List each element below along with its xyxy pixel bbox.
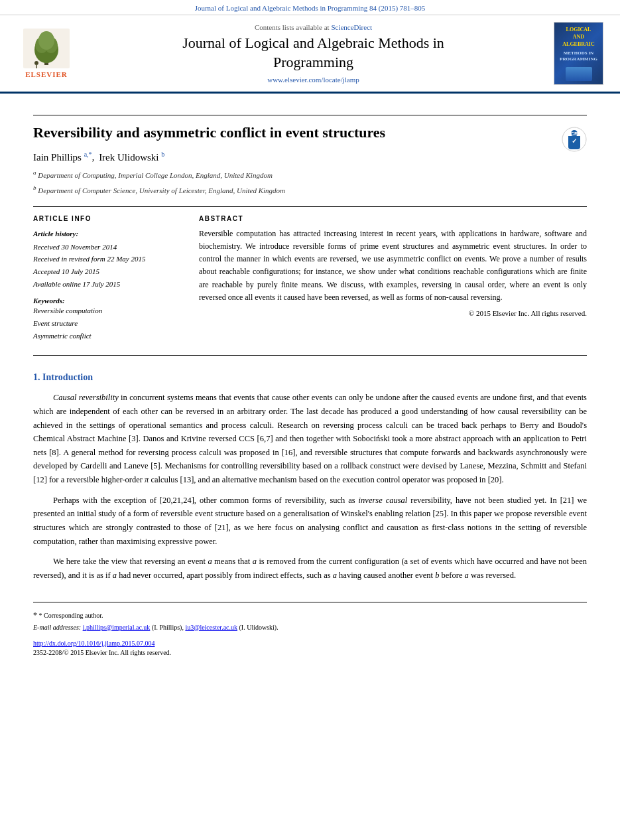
doi-line[interactable]: http://dx.doi.org/10.1016/j.jlamp.2015.0…: [33, 640, 587, 647]
author-2-name: Irek Ulidowski: [99, 151, 161, 162]
authors-line: Iain Phillips a,*, Irek Ulidowski b: [33, 151, 587, 163]
affiliation-b: b Department of Computer Science, Univer…: [33, 183, 587, 196]
science-direct-link: Contents lists available at ScienceDirec…: [80, 23, 547, 31]
affiliation-a: a Department of Computing, Imperial Coll…: [33, 168, 587, 181]
email1-link[interactable]: i.phillips@imperial.ac.uk: [83, 624, 151, 631]
keyword-3: Asymmetric conflict: [33, 330, 179, 342]
top-rule: [33, 115, 587, 115]
email2-link[interactable]: iu3@leicester.ac.uk: [185, 624, 237, 631]
top-citation-bar: Journal of Logical and Algebraic Methods…: [0, 0, 620, 15]
bottom-rule-abstract: [33, 355, 587, 356]
copyright-line: © 2015 Elsevier Inc. All rights reserved…: [199, 309, 587, 317]
abstract-text: Reversible computation has attracted inc…: [199, 228, 587, 304]
journal-url[interactable]: www.elsevier.com/locate/jlamp: [80, 76, 547, 84]
revised-date: Received in revised form 22 May 2015: [33, 253, 179, 265]
author-2-sup: b: [161, 151, 164, 158]
keywords-section: Keywords: Reversible computation Event s…: [33, 297, 179, 342]
keyword-2: Event structure: [33, 317, 179, 330]
science-direct-anchor[interactable]: ScienceDirect: [331, 23, 372, 31]
elsevier-brand-text: ELSEVIER: [25, 70, 68, 78]
star-icon: *: [33, 610, 37, 620]
middle-rule: [33, 206, 587, 207]
intro-para-1: Causal reversibility in concurrent syste…: [33, 391, 587, 486]
doi-link[interactable]: http://dx.doi.org/10.1016/j.jlamp.2015.0…: [33, 640, 155, 647]
email-label: E-mail addresses:: [33, 624, 81, 631]
corresponding-author-note: * * Corresponding author.: [33, 609, 587, 622]
email-line: E-mail addresses: i.phillips@imperial.ac…: [33, 622, 587, 633]
svg-point-6: [34, 61, 38, 65]
cover-box: LOGICALANDALGEBRAIC METHODS INPROGRAMMIN…: [554, 22, 603, 85]
abstract-col: ABSTRACT Reversible computation has attr…: [199, 215, 587, 342]
article-history: Article history: Received 30 November 20…: [33, 228, 179, 291]
abstract-heading: ABSTRACT: [199, 215, 587, 222]
citation-text: Journal of Logical and Algebraic Methods…: [195, 4, 426, 12]
cover-image: LOGICALANDALGEBRAIC METHODS INPROGRAMMIN…: [554, 22, 607, 85]
affiliations: a Department of Computing, Imperial Coll…: [33, 168, 587, 196]
accepted-date: Accepted 10 July 2015: [33, 265, 179, 278]
issn-line: 2352-2208/© 2015 Elsevier Inc. All right…: [33, 649, 587, 656]
email2-person: (I. Ulidowski).: [239, 624, 279, 631]
intro-para-3: We here take the view that reversing an …: [33, 555, 587, 582]
article-info-col: ARTICLE INFO Article history: Received 3…: [33, 215, 179, 342]
history-label: Article history:: [33, 228, 179, 241]
keyword-1: Reversible computation: [33, 305, 179, 317]
intro-title: 1. Introduction: [33, 372, 587, 383]
crossmark-icon: ✓ CR: [562, 127, 587, 152]
paper-title-section: ✓ CR Reversibility and asymmetric confli…: [33, 115, 587, 196]
article-info-heading: ARTICLE INFO: [33, 215, 179, 222]
journal-center-info: Contents lists available at ScienceDirec…: [80, 23, 547, 84]
paper-title: Reversibility and asymmetric conflict in…: [33, 123, 587, 143]
svg-text:CR: CR: [570, 131, 578, 137]
corresponding-label: * Corresponding author.: [39, 612, 103, 619]
keywords-label: Keywords:: [33, 297, 179, 305]
intro-section: 1. Introduction Causal reversibility in …: [33, 372, 587, 582]
available-date: Available online 17 July 2015: [33, 278, 179, 291]
journal-title-big: Journal of Logical and Algebraic Methods…: [80, 34, 547, 72]
footer-section: * * Corresponding author. E-mail address…: [33, 602, 587, 656]
elsevier-tree-icon: [23, 29, 70, 68]
journal-header: ELSEVIER Contents lists available at Sci…: [0, 15, 620, 94]
email1-person: (I. Phillips),: [152, 624, 184, 631]
main-content: ✓ CR Reversibility and asymmetric confli…: [0, 94, 620, 676]
author-1-name: Iain Phillips: [33, 151, 84, 162]
svg-text:✓: ✓: [572, 137, 577, 145]
elsevier-logo: ELSEVIER: [13, 29, 80, 78]
received-date: Received 30 November 2014: [33, 241, 179, 253]
author-1-sup: a,*: [84, 151, 92, 158]
two-col-section: ARTICLE INFO Article history: Received 3…: [33, 215, 587, 342]
crossmark: ✓ CR: [562, 127, 587, 155]
svg-point-5: [38, 31, 54, 50]
intro-para-2: Perhaps with the exception of [20,21,24]…: [33, 494, 587, 549]
